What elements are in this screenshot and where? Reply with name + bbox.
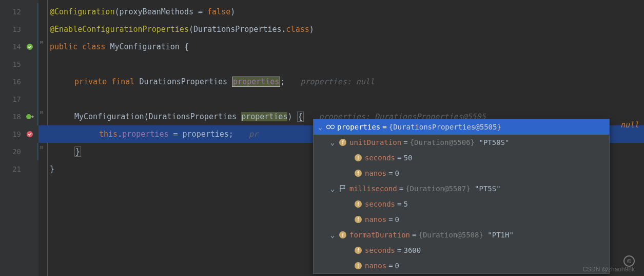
spring-bean-icon[interactable] bbox=[25, 42, 34, 51]
field-icon: f bbox=[354, 215, 363, 224]
line-number: 19 bbox=[12, 130, 21, 138]
help-icon[interactable]: ☺ bbox=[623, 255, 635, 267]
gutter-row[interactable]: 14 bbox=[0, 38, 38, 56]
debug-tree-row[interactable]: f nanos=0 bbox=[314, 258, 609, 273]
line-number: 15 bbox=[12, 60, 21, 68]
gutter-row[interactable]: 18 bbox=[0, 108, 38, 125]
svg-point-4 bbox=[331, 125, 335, 129]
chevron-down-icon[interactable]: ⌄ bbox=[329, 138, 336, 146]
chevron-down-icon[interactable]: ⌄ bbox=[329, 185, 336, 193]
code-line[interactable] bbox=[38, 90, 644, 108]
inlay-hint: properties: null bbox=[300, 77, 375, 86]
inlay-null: null bbox=[620, 120, 639, 130]
field-icon: f bbox=[354, 153, 363, 162]
gutter-row[interactable]: 12 bbox=[0, 3, 38, 21]
watermark: CSDN @zhaoh98k bbox=[582, 266, 635, 273]
debug-tree-row[interactable]: f nanos=0 bbox=[314, 212, 609, 227]
code-line[interactable]: private final DurationsProperties proper… bbox=[38, 73, 644, 90]
field-icon: f bbox=[354, 199, 363, 209]
breakpoint-icon[interactable] bbox=[25, 130, 34, 139]
code-line[interactable]: @Configuration(proxyBeanMethods = false) bbox=[38, 3, 644, 21]
gutter-row[interactable]: 20 bbox=[0, 143, 38, 160]
annotation: @EnableConfigurationProperties bbox=[50, 25, 189, 34]
debug-tree-row[interactable]: f seconds=3600 bbox=[314, 243, 609, 258]
line-number: 16 bbox=[12, 78, 21, 86]
code-line[interactable]: @EnableConfigurationProperties(Durations… bbox=[38, 21, 644, 38]
field-icon: f bbox=[354, 169, 363, 178]
line-number: 18 bbox=[12, 113, 21, 121]
gutter: 12 13 14 15 16 17 18 19 20 21 bbox=[0, 0, 38, 276]
debug-variables-popup[interactable]: ⌄ properties = {DurationsProperties@5505… bbox=[313, 119, 610, 274]
gutter-row[interactable]: 17 bbox=[0, 90, 38, 108]
svg-point-3 bbox=[327, 125, 330, 129]
debug-root-row[interactable]: ⌄ properties = {DurationsProperties@5505… bbox=[314, 119, 609, 135]
gutter-row[interactable]: 19 bbox=[0, 125, 38, 143]
inlay-hint: pr bbox=[249, 130, 258, 139]
line-number: 14 bbox=[12, 43, 21, 51]
debug-tree-row[interactable]: f seconds=5 bbox=[314, 196, 609, 212]
field-reference: properties bbox=[122, 130, 168, 139]
gutter-row[interactable]: 15 bbox=[0, 56, 38, 73]
field-icon: f bbox=[338, 230, 347, 240]
annotation: @Configuration bbox=[50, 7, 114, 16]
debug-tree-row[interactable]: f nanos=0 bbox=[314, 165, 609, 181]
gutter-row[interactable]: 21 bbox=[0, 160, 38, 178]
chevron-down-icon[interactable]: ⌄ bbox=[317, 123, 324, 131]
line-number: 20 bbox=[12, 148, 21, 156]
debug-tree-row[interactable]: f seconds=50 bbox=[314, 150, 609, 165]
flag-icon bbox=[338, 184, 347, 193]
line-number: 17 bbox=[12, 95, 21, 103]
field-icon: f bbox=[354, 261, 363, 270]
svg-point-1 bbox=[26, 114, 31, 119]
chevron-down-icon[interactable]: ⌄ bbox=[329, 231, 336, 239]
line-number: 12 bbox=[12, 8, 21, 16]
field-reference: properties bbox=[232, 77, 280, 87]
debug-tree-row[interactable]: ⌄ f unitDuration={Duration@5506} "PT50S" bbox=[314, 135, 609, 150]
glasses-icon bbox=[326, 122, 335, 132]
navigate-icon[interactable] bbox=[25, 112, 34, 121]
code-line[interactable] bbox=[38, 56, 644, 73]
line-number: 13 bbox=[12, 25, 21, 33]
code-line[interactable]: public class MyConfiguration { bbox=[38, 38, 644, 56]
field-icon: f bbox=[354, 246, 363, 255]
debug-tree-row[interactable]: ⌄ millisecond={Duration@5507} "PT5S" bbox=[314, 181, 609, 196]
gutter-row[interactable]: 13 bbox=[0, 21, 38, 38]
parameter: properties bbox=[241, 112, 287, 121]
gutter-row[interactable]: 16 bbox=[0, 73, 38, 90]
field-icon: f bbox=[338, 138, 347, 147]
line-number: 21 bbox=[12, 165, 21, 173]
debug-tree-row[interactable]: ⌄ f formatDuration={Duration@5508} "PT1H… bbox=[314, 227, 609, 243]
